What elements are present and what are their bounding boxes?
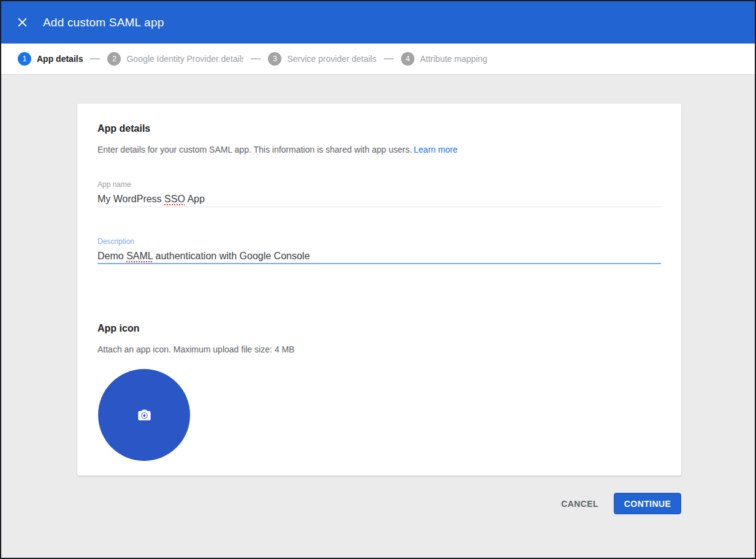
cancel-button[interactable]: CANCEL	[555, 494, 605, 514]
step-2-badge: 2	[107, 52, 121, 66]
dialog-body: App details Enter details for your custo…	[1, 75, 755, 557]
step-service-provider-details: 3 Service provider details	[268, 52, 376, 66]
step-3-badge: 3	[268, 52, 281, 66]
app-details-card: App details Enter details for your custo…	[77, 104, 681, 476]
stepper: 1 App details 2 Google Identity Provider…	[1, 44, 755, 75]
app-name-misspelled-word: SSO	[164, 194, 185, 204]
close-icon	[17, 17, 28, 28]
dialog-header: Add custom SAML app	[1, 1, 755, 44]
step-connector	[251, 58, 261, 59]
continue-button[interactable]: CONTINUE	[614, 493, 681, 514]
intro-text: Enter details for your custom SAML app. …	[97, 145, 412, 154]
dialog-actions: CANCEL CONTINUE	[77, 493, 681, 514]
description-text: authentication with Google Console	[153, 251, 310, 261]
step-4-label: Attribute mapping	[420, 54, 487, 64]
step-4-badge: 4	[401, 52, 414, 66]
description-misspelled-word: SAML	[126, 251, 153, 261]
camera-icon	[136, 407, 153, 424]
section-heading-app-details: App details	[97, 123, 661, 134]
description-input[interactable]: Demo SAML authentication with Google Con…	[97, 250, 661, 264]
app-name-input[interactable]: My WordPress SSO App	[97, 193, 661, 207]
app-name-text: App	[185, 194, 205, 204]
dialog-title: Add custom SAML app	[43, 16, 164, 29]
step-connector	[384, 58, 394, 59]
app-name-label: App name	[97, 181, 661, 188]
step-1-badge: 1	[18, 52, 31, 66]
learn-more-link[interactable]: Learn more	[414, 145, 458, 154]
close-button[interactable]	[16, 16, 29, 29]
app-icon-upload-button[interactable]	[98, 369, 190, 461]
step-app-details: 1 App details	[18, 52, 83, 66]
step-attribute-mapping: 4 Attribute mapping	[401, 52, 487, 66]
app-icon-help-text: Attach an app icon. Maximum upload file …	[97, 344, 661, 354]
description-label: Description	[97, 238, 661, 245]
step-1-label: App details	[37, 54, 83, 64]
section-heading-app-icon: App icon	[97, 323, 661, 334]
step-3-label: Service provider details	[287, 54, 376, 64]
app-name-text: My WordPress	[97, 194, 164, 204]
step-2-label: Google Identity Provider details	[126, 54, 243, 64]
step-connector	[90, 58, 100, 59]
app-name-field[interactable]: App name My WordPress SSO App	[97, 181, 661, 207]
description-text: Demo	[97, 251, 126, 261]
step-google-idp-details: 2 Google Identity Provider details	[107, 52, 243, 66]
add-custom-saml-app-dialog: Add custom SAML app 1 App details 2 Goog…	[0, 0, 756, 559]
description-field[interactable]: Description Demo SAML authentication wit…	[97, 238, 661, 264]
intro-paragraph: Enter details for your custom SAML app. …	[97, 145, 661, 154]
